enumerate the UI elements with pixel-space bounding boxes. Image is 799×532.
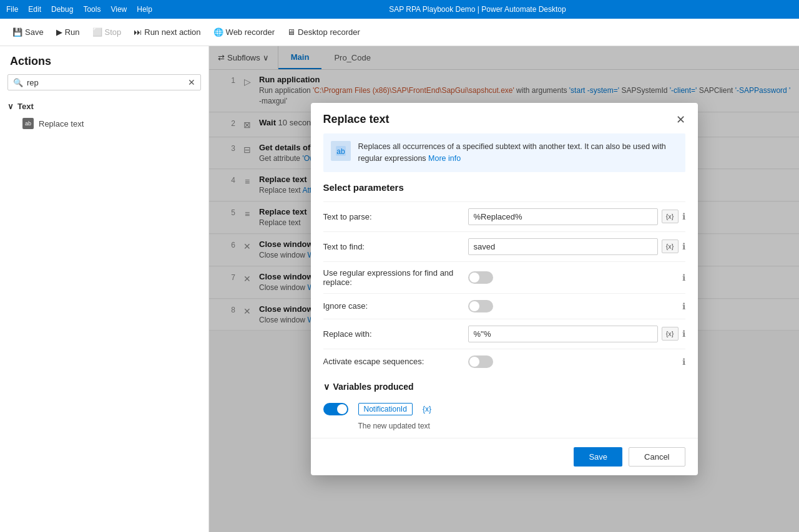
- sidebar-section-text: ∨ Text ab Replace text: [0, 97, 208, 136]
- param-text-to-find: Text to find: {x} ℹ: [323, 231, 685, 261]
- titlebar-menu[interactable]: File Edit Debug Tools View Help: [6, 5, 152, 14]
- desktop-recorder-button[interactable]: 🖥 Desktop recorder: [282, 25, 365, 39]
- variable-name-badge[interactable]: NotificationId: [358, 403, 413, 415]
- modal-overlay: Replace text ✕ ab Replaces all occurrenc…: [209, 46, 799, 532]
- param-escape-sequences: Activate escape sequences: ℹ: [323, 349, 685, 374]
- param-label-text-to-parse: Text to parse:: [323, 212, 461, 221]
- escape-sequences-info-icon[interactable]: ℹ: [682, 357, 685, 367]
- run-icon: ▶: [56, 27, 62, 37]
- text-to-parse-info-icon[interactable]: ℹ: [682, 211, 685, 221]
- menu-debug[interactable]: Debug: [51, 5, 73, 14]
- sidebar-item-replace-text[interactable]: ab Replace text: [7, 115, 201, 132]
- escape-sequences-toggle[interactable]: [468, 355, 493, 368]
- menu-help[interactable]: Help: [137, 5, 152, 14]
- chevron-down-icon: ∨: [7, 102, 14, 111]
- modal-info-text: Replaces all occurrences of a specified …: [358, 141, 678, 165]
- modal-header: Replace text ✕: [311, 103, 698, 133]
- modal-close-button[interactable]: ✕: [676, 114, 685, 125]
- param-label-ignore-case: Ignore case:: [323, 301, 461, 311]
- sidebar-section-header[interactable]: ∨ Text: [7, 100, 201, 115]
- text-to-find-info-icon[interactable]: ℹ: [682, 241, 685, 251]
- replace-text-icon: ab: [22, 118, 34, 129]
- sidebar-title: Actions: [0, 46, 208, 74]
- variables-produced-header[interactable]: ∨ Variables produced: [323, 382, 685, 399]
- search-icon: 🔍: [13, 78, 23, 87]
- toolbar: 💾 Save ▶ Run ⬜ Stop ⏭ Run next action 🌐 …: [0, 19, 799, 46]
- desktop-recorder-icon: 🖥: [287, 27, 295, 37]
- main-layout: Actions 🔍 ✕ ∨ Text ab Replace text ⇄ Sub…: [0, 46, 799, 532]
- run-button[interactable]: ▶ Run: [51, 25, 85, 39]
- app-title: SAP RPA Playbook Demo | Power Automate D…: [162, 5, 793, 14]
- text-to-find-var-btn[interactable]: {x}: [662, 239, 679, 253]
- chevron-down-icon: ∨: [323, 382, 330, 392]
- variable-curly-badge: {x}: [423, 405, 431, 414]
- modal-cancel-button[interactable]: Cancel: [629, 447, 685, 467]
- search-box[interactable]: 🔍 ✕: [7, 74, 201, 90]
- web-recorder-button[interactable]: 🌐 Web recorder: [208, 25, 280, 39]
- param-label-escape-sequences: Activate escape sequences:: [323, 357, 461, 366]
- use-regex-toggle[interactable]: [468, 271, 493, 284]
- text-to-find-input[interactable]: [468, 238, 658, 255]
- use-regex-info-icon[interactable]: ℹ: [682, 273, 685, 283]
- menu-file[interactable]: File: [6, 5, 18, 14]
- select-params-title: Select parameters: [311, 182, 698, 201]
- variable-row: NotificationId {x}: [323, 399, 685, 419]
- modal-info-box: ab Replaces all occurrences of a specifi…: [323, 133, 685, 172]
- modal-body: Text to parse: {x} ℹ Text to find: {x}: [311, 201, 698, 374]
- ignore-case-toggle[interactable]: [468, 300, 493, 312]
- info-icon: ab: [331, 141, 351, 161]
- save-button[interactable]: 💾 Save: [7, 25, 49, 39]
- stop-icon: ⬜: [92, 27, 102, 37]
- replace-with-var-btn[interactable]: {x}: [662, 327, 679, 341]
- ignore-case-info-icon[interactable]: ℹ: [682, 301, 685, 311]
- param-replace-with: Replace with: {x} ℹ: [323, 319, 685, 349]
- modal-save-button[interactable]: Save: [574, 447, 622, 467]
- save-icon: 💾: [12, 27, 22, 37]
- text-to-parse-input[interactable]: [468, 208, 658, 225]
- run-next-button[interactable]: ⏭ Run next action: [129, 25, 205, 39]
- menu-view[interactable]: View: [110, 5, 127, 14]
- search-clear-icon[interactable]: ✕: [188, 77, 195, 87]
- titlebar: File Edit Debug Tools View Help SAP RPA …: [0, 0, 799, 19]
- param-use-regex: Use regular expressions for find and rep…: [323, 261, 685, 293]
- svg-text:ab: ab: [336, 147, 345, 156]
- param-label-use-regex: Use regular expressions for find and rep…: [323, 268, 461, 287]
- variable-desc: The new updated text: [323, 422, 685, 430]
- param-ignore-case: Ignore case: ℹ: [323, 293, 685, 319]
- more-info-link[interactable]: More info: [428, 154, 461, 163]
- web-recorder-icon: 🌐: [213, 27, 223, 37]
- replace-text-modal: Replace text ✕ ab Replaces all occurrenc…: [311, 103, 698, 475]
- content-area: ⇄ Subflows ∨ Main Pro_Code 1 ▷ Run appli…: [209, 46, 799, 532]
- variables-produced-section: ∨ Variables produced NotificationId {x} …: [311, 374, 698, 438]
- search-input[interactable]: [27, 78, 188, 87]
- text-to-parse-var-btn[interactable]: {x}: [662, 210, 679, 223]
- menu-tools[interactable]: Tools: [83, 5, 100, 14]
- modal-title: Replace text: [323, 113, 390, 126]
- sidebar: Actions 🔍 ✕ ∨ Text ab Replace text: [0, 46, 209, 532]
- replace-with-info-icon[interactable]: ℹ: [682, 329, 685, 339]
- menu-edit[interactable]: Edit: [28, 5, 41, 14]
- param-text-to-parse: Text to parse: {x} ℹ: [323, 201, 685, 231]
- variable-toggle[interactable]: [323, 403, 348, 415]
- param-label-replace-with: Replace with:: [323, 329, 461, 339]
- param-label-text-to-find: Text to find:: [323, 242, 461, 251]
- replace-with-input[interactable]: [468, 326, 658, 342]
- run-next-icon: ⏭: [134, 27, 142, 37]
- stop-button[interactable]: ⬜ Stop: [87, 25, 127, 39]
- modal-footer: Save Cancel: [311, 438, 698, 475]
